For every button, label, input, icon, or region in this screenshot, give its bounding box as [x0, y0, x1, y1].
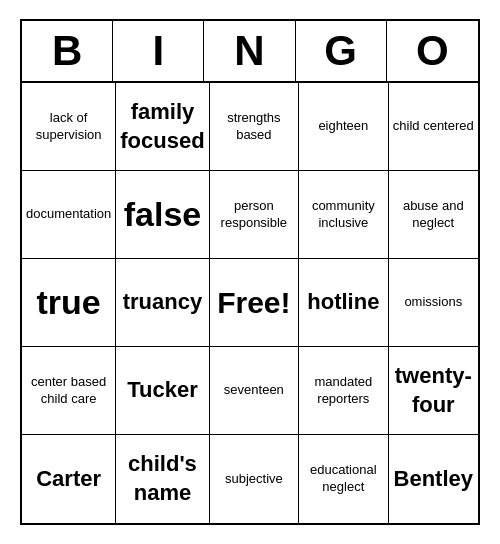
cell-text: strengths based: [214, 110, 294, 144]
bingo-letter: O: [387, 21, 478, 81]
bingo-card: BINGO lack of supervisionfamily focuseds…: [20, 19, 480, 525]
bingo-cell: seventeen: [210, 347, 299, 435]
bingo-cell: twenty-four: [389, 347, 478, 435]
bingo-cell: child centered: [389, 83, 478, 171]
cell-text: omissions: [404, 294, 462, 311]
cell-text: child's name: [120, 450, 204, 507]
bingo-cell: educational neglect: [299, 435, 388, 523]
bingo-cell: Tucker: [116, 347, 209, 435]
cell-text: false: [124, 192, 202, 236]
cell-text: true: [37, 280, 101, 324]
cell-text: documentation: [26, 206, 111, 223]
cell-text: twenty-four: [393, 362, 474, 419]
cell-text: family focused: [120, 98, 204, 155]
bingo-letter: I: [113, 21, 204, 81]
bingo-cell: Free!: [210, 259, 299, 347]
bingo-letter: B: [22, 21, 113, 81]
bingo-cell: child's name: [116, 435, 209, 523]
bingo-cell: Carter: [22, 435, 116, 523]
cell-text: Carter: [36, 465, 101, 494]
cell-text: community inclusive: [303, 198, 383, 232]
bingo-cell: family focused: [116, 83, 209, 171]
bingo-grid: lack of supervisionfamily focusedstrengt…: [22, 83, 478, 523]
cell-text: educational neglect: [303, 462, 383, 496]
cell-text: person responsible: [214, 198, 294, 232]
cell-text: seventeen: [224, 382, 284, 399]
cell-text: Bentley: [394, 465, 473, 494]
bingo-letter: G: [296, 21, 387, 81]
bingo-cell: lack of supervision: [22, 83, 116, 171]
cell-text: center based child care: [26, 374, 111, 408]
cell-text: lack of supervision: [26, 110, 111, 144]
bingo-cell: center based child care: [22, 347, 116, 435]
cell-text: mandated reporters: [303, 374, 383, 408]
bingo-cell: false: [116, 171, 209, 259]
bingo-cell: strengths based: [210, 83, 299, 171]
bingo-cell: hotline: [299, 259, 388, 347]
cell-text: Free!: [217, 283, 290, 322]
bingo-cell: omissions: [389, 259, 478, 347]
bingo-cell: subjective: [210, 435, 299, 523]
bingo-cell: eighteen: [299, 83, 388, 171]
cell-text: eighteen: [318, 118, 368, 135]
cell-text: truancy: [123, 288, 202, 317]
bingo-cell: mandated reporters: [299, 347, 388, 435]
cell-text: hotline: [307, 288, 379, 317]
bingo-cell: person responsible: [210, 171, 299, 259]
cell-text: Tucker: [127, 376, 198, 405]
bingo-cell: truancy: [116, 259, 209, 347]
bingo-cell: abuse and neglect: [389, 171, 478, 259]
bingo-header: BINGO: [22, 21, 478, 83]
bingo-cell: true: [22, 259, 116, 347]
cell-text: subjective: [225, 471, 283, 488]
bingo-cell: documentation: [22, 171, 116, 259]
bingo-cell: Bentley: [389, 435, 478, 523]
cell-text: child centered: [393, 118, 474, 135]
bingo-cell: community inclusive: [299, 171, 388, 259]
bingo-letter: N: [204, 21, 295, 81]
cell-text: abuse and neglect: [393, 198, 474, 232]
